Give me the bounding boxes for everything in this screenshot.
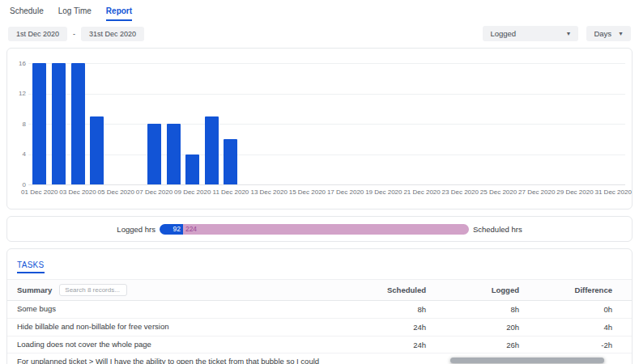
table-row[interactable]: Loading does not cover the whole page24h… — [7, 336, 632, 354]
unit-select-value: Days — [594, 29, 611, 38]
table-row[interactable]: Hide billable and non-billable for free … — [7, 319, 632, 336]
x-axis-tick-label: 23 Dec 2020 — [442, 188, 479, 196]
grid-line — [28, 94, 625, 95]
search-input[interactable] — [59, 284, 127, 296]
difference-cell: 0h — [539, 305, 632, 314]
x-axis-tick-label: 05 Dec 2020 — [98, 188, 134, 196]
tasks-table-header: Summary Scheduled Logged Difference — [7, 279, 632, 301]
x-axis-tick-label: 29 Dec 2020 — [556, 188, 593, 196]
chart-bar — [205, 116, 219, 184]
chart-bar — [52, 63, 66, 184]
date-to-button[interactable]: 31st Dec 2020 — [81, 27, 144, 41]
tasks-card: TASKS Summary Scheduled Logged Differenc… — [6, 248, 633, 364]
date-from-button[interactable]: 1st Dec 2020 — [8, 27, 67, 41]
summary-cell: Hide billable and non-billable for free … — [7, 322, 352, 332]
summary-cell: For unplanned ticket > Will I have the a… — [7, 357, 352, 364]
chart-bar — [32, 63, 46, 184]
x-axis-tick-label: 17 Dec 2020 — [327, 188, 364, 196]
scheduled-hrs-label: Scheduled hrs — [473, 225, 522, 234]
grid-line — [28, 184, 625, 185]
logged-cell: 8h — [445, 305, 539, 314]
progress-card: Logged hrs 92 224 Scheduled hrs — [6, 216, 633, 242]
scheduled-cell: 24h — [352, 341, 445, 349]
metric-select-value: Logged — [490, 29, 516, 38]
x-axis-tick-label: 01 Dec 2020 — [21, 188, 58, 196]
y-axis-tick-label: 8 — [12, 121, 26, 128]
y-axis-tick-label: 0 — [12, 181, 26, 188]
logged-cell: 26h — [445, 341, 539, 349]
grid-line — [28, 124, 625, 125]
unit-select[interactable]: Days ▼ — [586, 26, 631, 41]
x-axis-tick-label: 19 Dec 2020 — [365, 188, 402, 196]
logged-cell: 20h — [445, 323, 539, 332]
difference-cell: -2h — [539, 341, 632, 349]
scheduled-cell: 24h — [352, 323, 445, 332]
x-axis-tick-label: 21 Dec 2020 — [403, 188, 440, 196]
summary-cell: Loading does not cover the whole page — [7, 340, 352, 350]
x-axis-tick-label: 09 Dec 2020 — [174, 188, 211, 196]
x-axis-tick-label: 31 Dec 2020 — [595, 188, 632, 196]
tasks-section-title: TASKS — [17, 260, 45, 273]
x-axis-tick-label: 13 Dec 2020 — [250, 188, 287, 196]
scheduled-cell: 8h — [352, 305, 445, 314]
chevron-down-icon: ▼ — [618, 31, 624, 36]
logged-vs-scheduled-bar: 92 224 — [160, 224, 469, 235]
tasks-table-body: Some bugs8h8h0hHide billable and non-bil… — [7, 301, 632, 364]
chart-card: 048121601 Dec 202003 Dec 202005 Dec 2020… — [6, 48, 633, 210]
grid-line — [28, 63, 625, 64]
column-header-scheduled: Scheduled — [352, 286, 445, 294]
tab-schedule[interactable]: Schedule — [10, 6, 44, 21]
column-header-difference: Difference — [539, 286, 632, 294]
logged-bar-segment: 92 — [160, 224, 183, 235]
chart-bar — [167, 124, 181, 184]
summary-cell: Some bugs — [7, 304, 352, 315]
tab-log-time[interactable]: Log Time — [58, 6, 92, 21]
chart-bar — [71, 63, 85, 184]
chevron-down-icon: ▼ — [565, 31, 571, 36]
table-row[interactable]: Some bugs8h8h0h — [7, 301, 632, 319]
date-range-separator: - — [73, 30, 75, 38]
column-header-summary: Summary — [17, 286, 52, 294]
x-axis-tick-label: 11 Dec 2020 — [213, 188, 249, 196]
difference-cell: 4h — [539, 323, 632, 332]
chart-bar — [185, 154, 199, 185]
metric-select[interactable]: Logged ▼ — [483, 26, 578, 41]
y-axis-tick-label: 16 — [12, 60, 26, 67]
column-header-logged: Logged — [445, 286, 539, 294]
filter-bar: 1st Dec 2020 - 31st Dec 2020 Logged ▼ Da… — [0, 21, 639, 48]
chart-bar — [90, 116, 104, 184]
y-axis-tick-label: 12 — [12, 90, 26, 97]
logged-hours-bar-chart: 048121601 Dec 202003 Dec 202005 Dec 2020… — [12, 52, 627, 205]
logged-hrs-label: Logged hrs — [117, 225, 155, 234]
y-axis-tick-label: 4 — [12, 150, 26, 158]
chart-bar — [224, 139, 237, 184]
x-axis-tick-label: 27 Dec 2020 — [518, 188, 555, 196]
chart-bar — [147, 124, 161, 184]
top-tabs: Schedule Log Time Report — [0, 0, 639, 21]
x-axis-tick-label: 03 Dec 2020 — [59, 188, 96, 196]
tab-report[interactable]: Report — [106, 6, 132, 21]
x-axis-tick-label: 25 Dec 2020 — [480, 188, 517, 196]
x-axis-tick-label: 07 Dec 2020 — [136, 188, 173, 196]
x-axis-tick-label: 15 Dec 2020 — [289, 188, 326, 196]
grid-line — [28, 154, 625, 155]
scheduled-bar-segment: 224 — [183, 224, 469, 235]
horizontal-scrollbar-thumb[interactable] — [450, 358, 604, 363]
